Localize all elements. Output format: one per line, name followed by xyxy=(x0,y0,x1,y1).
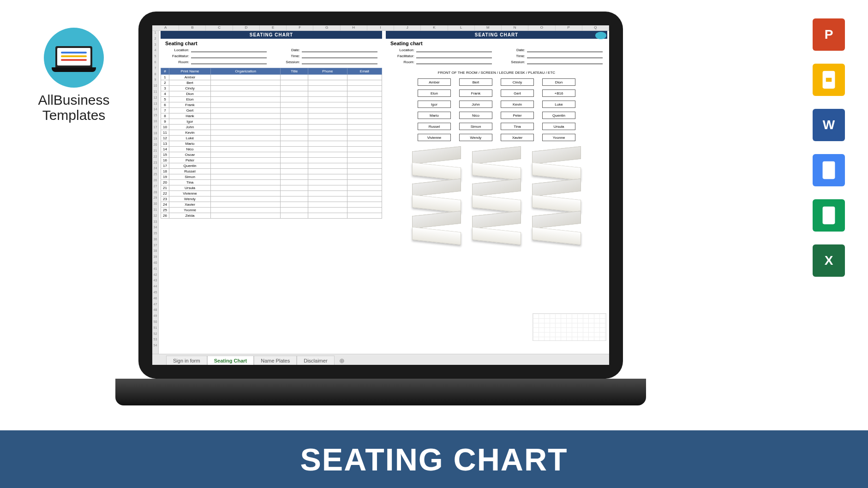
add-sheet-button[interactable]: ⊕ xyxy=(335,356,349,365)
seat-box[interactable]: Igor xyxy=(418,101,451,108)
seat-box[interactable]: Kevin xyxy=(501,101,534,108)
table-row[interactable]: 21Ursula xyxy=(161,185,382,191)
svg-rect-1 xyxy=(825,77,832,83)
name-plate xyxy=(532,216,581,240)
google-sheets-icon xyxy=(813,199,845,232)
sheet-tab[interactable]: Disclaimer xyxy=(297,356,334,365)
table-row[interactable]: 7Gert xyxy=(161,108,382,113)
seat-box[interactable]: Vivienne xyxy=(418,134,451,141)
macbook-frame: MacBook ABCDEFGHIJKLMNOPQ 12345678910111… xyxy=(138,12,623,379)
seat-box[interactable]: Tina xyxy=(501,123,534,130)
seat-box[interactable]: Russel xyxy=(418,123,451,130)
seat-box[interactable]: +B16 xyxy=(542,89,575,97)
seat-grid: AmberBertCindyDionElonFrankGert+B16IgorJ… xyxy=(386,78,607,141)
table-row[interactable]: 13Mario xyxy=(161,141,382,147)
excel-icon: X xyxy=(813,244,845,277)
table-row[interactable]: 18Russel xyxy=(161,169,382,174)
seat-box[interactable]: Bert xyxy=(459,78,492,86)
table-row[interactable]: 20Tina xyxy=(161,180,382,185)
seat-box[interactable]: Mario xyxy=(418,112,451,119)
brand-text-2: Templates xyxy=(28,107,120,123)
table-row[interactable]: 8Hank xyxy=(161,113,382,119)
seat-box[interactable]: Elon xyxy=(418,89,451,97)
svg-rect-2 xyxy=(823,161,835,179)
sheet-tabs: Sign in formSeating ChartName PlatesDisc… xyxy=(152,354,609,365)
seat-box[interactable]: Yvonne xyxy=(542,134,575,141)
sheet-tab[interactable]: Name Plates xyxy=(254,356,297,365)
table-row[interactable]: 3Cindy xyxy=(161,86,382,91)
seat-box[interactable]: Amber xyxy=(418,78,451,86)
right-pane: SEATING CHART Seating chart Location:Fac… xyxy=(384,31,609,354)
brand-text-1: AllBusiness xyxy=(28,92,120,107)
table-row[interactable]: 9Igor xyxy=(161,119,382,125)
front-of-room-label: FRONT OF THE ROOM / SCREEN / LECURE DESK… xyxy=(386,68,607,78)
word-icon: W xyxy=(813,109,845,141)
name-plate xyxy=(412,151,461,175)
footer-banner: SEATING CHART xyxy=(0,430,868,488)
sheet-tab[interactable]: Sign in form xyxy=(166,356,207,365)
name-plate xyxy=(532,184,581,208)
spreadsheet-screen: ABCDEFGHIJKLMNOPQ 1234567891011121314151… xyxy=(152,25,609,365)
seat-box[interactable]: Frank xyxy=(459,89,492,97)
brand-logo xyxy=(44,28,104,88)
empty-cells xyxy=(533,313,606,341)
seat-box[interactable]: Simon xyxy=(459,123,492,130)
table-row[interactable]: 5Elon xyxy=(161,97,382,102)
attendee-table: #Print NameOrganizationTitlePhoneEmail 1… xyxy=(161,68,382,219)
table-row[interactable]: 2Bert xyxy=(161,80,382,86)
seat-box[interactable]: Ursula xyxy=(542,123,575,130)
table-row[interactable]: 12Luke xyxy=(161,136,382,141)
app-icons: P W X xyxy=(813,18,845,322)
powerpoint-icon: P xyxy=(813,18,845,51)
table-row[interactable]: 24Xavier xyxy=(161,202,382,208)
name-plate xyxy=(472,216,521,240)
seat-box[interactable]: Luke xyxy=(542,101,575,108)
table-row[interactable]: 1Amber xyxy=(161,75,382,80)
right-subtitle: Seating chart xyxy=(386,39,607,47)
dropbox-icon xyxy=(813,290,845,322)
table-row[interactable]: 10John xyxy=(161,125,382,130)
seat-box[interactable]: John xyxy=(459,101,492,108)
seat-box[interactable]: Nico xyxy=(459,112,492,119)
seat-box[interactable]: Xavier xyxy=(501,134,534,141)
google-docs-icon xyxy=(813,154,845,186)
seat-box[interactable]: Cindy xyxy=(501,78,534,86)
name-plate xyxy=(412,184,461,208)
macbook-label: MacBook xyxy=(138,388,623,398)
table-row[interactable]: 14Nico xyxy=(161,147,382,152)
seat-box[interactable]: Gert xyxy=(501,89,534,97)
row-headers: 1234567891011121314151617181920212223242… xyxy=(152,31,159,354)
seat-box[interactable]: Quentin xyxy=(542,112,575,119)
svg-rect-5 xyxy=(825,171,832,173)
seat-box[interactable]: Dion xyxy=(542,78,575,86)
table-row[interactable]: 19Simon xyxy=(161,174,382,180)
brand-block: AllBusiness Templates xyxy=(28,28,120,123)
table-row[interactable]: 11Kevin xyxy=(161,130,382,136)
left-title: SEATING CHART xyxy=(161,31,382,39)
table-row[interactable]: 25Yvonne xyxy=(161,208,382,213)
sheet-tab[interactable]: Seating Chart xyxy=(207,356,254,365)
right-title: SEATING CHART xyxy=(386,31,607,39)
table-row[interactable]: 17Quentin xyxy=(161,163,382,169)
name-plates xyxy=(386,141,607,240)
seat-box[interactable]: Wendy xyxy=(459,134,492,141)
left-pane: SEATING CHART Seating chart Location:Fac… xyxy=(159,31,384,354)
svg-rect-3 xyxy=(825,166,832,167)
column-headers: ABCDEFGHIJKLMNOPQ xyxy=(152,25,609,31)
name-plate xyxy=(412,216,461,240)
template-logo-icon xyxy=(595,32,606,39)
table-row[interactable]: 15Oscar xyxy=(161,152,382,158)
left-subtitle: Seating chart xyxy=(161,39,382,47)
table-row[interactable]: 6Frank xyxy=(161,102,382,108)
svg-rect-6 xyxy=(825,174,830,175)
name-plate xyxy=(472,184,521,208)
table-row[interactable]: 23Wendy xyxy=(161,196,382,202)
name-plate xyxy=(532,151,581,175)
table-row[interactable]: 16Peter xyxy=(161,158,382,163)
table-row[interactable]: 22Vivienne xyxy=(161,191,382,196)
google-slides-icon xyxy=(813,64,845,96)
svg-rect-4 xyxy=(825,168,832,170)
table-row[interactable]: 26Zelda xyxy=(161,213,382,219)
table-row[interactable]: 4Dion xyxy=(161,91,382,97)
seat-box[interactable]: Peter xyxy=(501,112,534,119)
